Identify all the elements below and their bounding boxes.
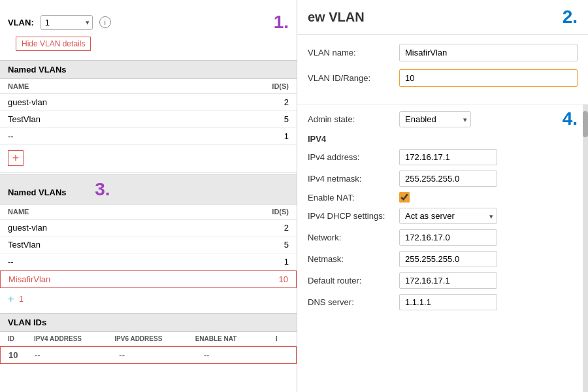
right-top-header: ew VLAN 2. <box>297 0 588 35</box>
network-label: Network: <box>308 233 399 242</box>
add-count: 1 <box>19 295 24 304</box>
left-panel: VLAN: 1 i 1. Hide VLAN details Named VLA… <box>0 0 297 392</box>
ipv4-netmask-label: IPv4 netmask: <box>308 174 399 184</box>
dns-server-label: DNS server: <box>308 297 399 307</box>
vid-col-nat-header: ENABLE NAT <box>195 335 276 342</box>
add-vlan-button-top[interactable]: + <box>8 150 24 166</box>
table-row[interactable]: guest-vlan 2 <box>0 220 297 237</box>
netmask-input[interactable] <box>399 251 497 267</box>
vlan-ids-cell: 2 <box>237 97 289 107</box>
col-name-header-top: NAME <box>8 82 237 90</box>
vlan-name-input[interactable] <box>399 44 578 61</box>
vlan-label: VLAN: <box>8 18 34 27</box>
col-ids-header-top: ID(S) <box>237 82 289 90</box>
dhcp-settings-row: IPv4 DHCP settings: Act as server Disabl… <box>308 208 578 224</box>
section-divider <box>0 172 297 173</box>
right-panel: ew VLAN 2. VLAN name: VLAN ID/Range: 4. … <box>297 0 588 392</box>
step-2-label: 2. <box>563 7 578 27</box>
vlan-name-row: VLAN name: <box>308 44 578 61</box>
named-vlans-header-top: Named VLANs <box>0 60 297 79</box>
vlan-selector-row: VLAN: 1 i 1. <box>0 7 297 37</box>
vlan-ids-data-row[interactable]: 10 -- -- -- <box>0 346 297 364</box>
vlan-ids-cell: 1 <box>237 131 289 141</box>
admin-state-select-wrapper: Enabled Disabled <box>399 111 471 127</box>
new-vlan-title: ew VLAN <box>308 10 365 25</box>
default-router-input[interactable] <box>399 272 497 289</box>
vlans-table-header-top: NAME ID(S) <box>0 79 297 94</box>
vlan-ids-cell: 2 <box>237 223 289 233</box>
info-icon[interactable]: i <box>99 16 111 28</box>
named-vlans-header-bottom: Named VLANs 3. <box>0 174 297 204</box>
vlan-ids-cell: 1 <box>237 257 289 267</box>
dns-server-input[interactable] <box>399 294 497 310</box>
step-1-label: 1. <box>274 12 289 33</box>
vlan-name-cell: guest-vlan <box>8 97 237 107</box>
vlan-name-cell: -- <box>8 131 237 141</box>
admin-state-select[interactable]: Enabled Disabled <box>399 111 471 127</box>
vlan-id-input[interactable] <box>399 69 578 87</box>
vlan-name-label: VLAN name: <box>308 48 399 57</box>
vid-col-ipv4-header: IPV4 ADDRESS <box>34 335 114 342</box>
highlighted-vlan-row[interactable]: MisafirVlan 10 <box>0 270 297 288</box>
scrollbar-thumb[interactable] <box>583 111 588 137</box>
highlighted-vlan-name: MisafirVlan <box>8 274 236 284</box>
hide-vlan-button[interactable]: Hide VLAN details <box>16 37 91 51</box>
vlan-ids-table-header: ID IPV4 ADDRESS IPV6 ADDRESS ENABLE NAT … <box>0 332 297 346</box>
netmask-label: Netmask: <box>308 254 399 264</box>
vlan-id-label: VLAN ID/Range: <box>308 73 399 83</box>
ipv4-netmask-row: IPv4 netmask: <box>308 171 578 187</box>
step-3-label: 3. <box>95 179 110 199</box>
network-row: Network: <box>308 229 578 246</box>
scrollbar[interactable] <box>583 105 588 392</box>
vid-col-ipv6-header: IPV6 ADDRESS <box>114 335 195 342</box>
vid-col-id-header: ID <box>8 335 34 342</box>
enable-nat-label: Enable NAT: <box>308 193 399 203</box>
admin-state-row: Admin state: Enabled Disabled <box>308 111 578 127</box>
vlan-nat-cell: -- <box>204 350 288 360</box>
default-router-row: Default router: <box>308 272 578 289</box>
step-4-label: 4. <box>563 108 578 129</box>
admin-state-label: Admin state: <box>308 114 399 124</box>
right-bottom-section: 4. Admin state: Enabled Disabled IPV4 IP… <box>297 105 588 392</box>
table-row[interactable]: TestVlan 5 <box>0 111 297 128</box>
col-ids-header-bottom: ID(S) <box>237 208 289 216</box>
ipv4-netmask-input[interactable] <box>399 171 497 187</box>
vlan-ids-header: VLAN IDs <box>0 313 297 332</box>
add-btn-row-top: + <box>0 145 297 171</box>
ipv4-address-row: IPv4 address: <box>308 149 578 165</box>
add-btn-row-bottom: + 1 <box>0 288 297 310</box>
dhcp-settings-select[interactable]: Act as server Disabled Act as client <box>399 208 497 224</box>
vlan-ipv6-cell: -- <box>119 350 203 360</box>
vlan-ids-cell: 5 <box>237 240 289 250</box>
hide-btn-container: Hide VLAN details <box>0 37 297 60</box>
dhcp-select-wrapper: Act as server Disabled Act as client <box>399 208 497 224</box>
vlan-id-row: VLAN ID/Range: <box>308 69 578 87</box>
vlan-name-id-section: VLAN name: VLAN ID/Range: <box>297 35 588 105</box>
enable-nat-checkbox[interactable] <box>399 192 410 203</box>
vlan-select-wrapper: 1 <box>41 15 93 30</box>
ipv4-address-input[interactable] <box>399 149 497 165</box>
table-row[interactable]: guest-vlan 2 <box>0 94 297 111</box>
ipv4-section-title: IPV4 <box>308 134 578 144</box>
highlighted-vlan-ids: 10 <box>236 274 288 284</box>
dhcp-settings-label: IPv4 DHCP settings: <box>308 211 399 221</box>
default-router-label: Default router: <box>308 276 399 286</box>
vlan-name-cell: TestVlan <box>8 114 237 124</box>
vid-col-extra-header: I <box>276 335 289 342</box>
table-row[interactable]: TestVlan 5 <box>0 237 297 253</box>
vlan-ipv4-cell: -- <box>35 350 119 360</box>
vlans-table-header-bottom: NAME ID(S) <box>0 204 297 220</box>
netmask-row: Netmask: <box>308 251 578 267</box>
ipv4-address-label: IPv4 address: <box>308 152 399 162</box>
add-plus-icon[interactable]: + <box>8 293 14 305</box>
table-row[interactable]: -- 1 <box>0 253 297 270</box>
vlan-name-cell: TestVlan <box>8 240 237 250</box>
network-input[interactable] <box>399 229 497 246</box>
enable-nat-row: Enable NAT: <box>308 192 578 203</box>
table-row[interactable]: -- 1 <box>0 128 297 145</box>
vlan-ids-cell: 5 <box>237 114 289 124</box>
vlan-select[interactable]: 1 <box>41 15 93 30</box>
vlan-name-cell: -- <box>8 257 237 267</box>
vlan-name-cell: guest-vlan <box>8 223 237 233</box>
col-name-header-bottom: NAME <box>8 208 237 216</box>
